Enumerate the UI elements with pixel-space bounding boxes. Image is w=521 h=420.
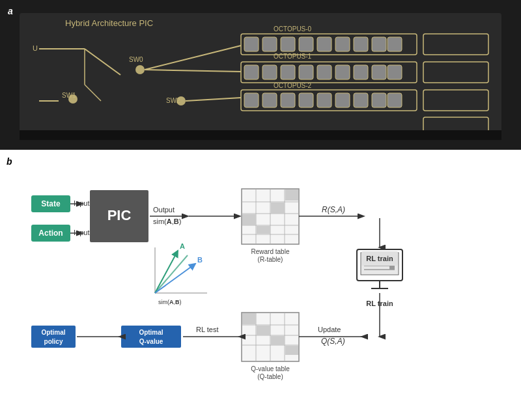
optimal-policy-label: Optimal bbox=[41, 329, 65, 336]
optimal-qvalue-label: Optimal bbox=[139, 329, 163, 336]
svg-rect-59 bbox=[285, 189, 298, 201]
svg-rect-11 bbox=[244, 37, 259, 51]
vector-diagram: A B sim(A,B) bbox=[155, 242, 207, 305]
sw0-junction bbox=[135, 65, 145, 74]
svg-rect-37 bbox=[354, 93, 368, 107]
panel-b: b State Action Input Input bbox=[0, 150, 521, 420]
chip-title: Hybrid Architecture PIC bbox=[65, 18, 153, 28]
svg-rect-36 bbox=[335, 93, 350, 107]
rl-train-box-label: RL train bbox=[366, 255, 393, 262]
svg-rect-31 bbox=[244, 93, 259, 107]
octopus1-label: OCTOPUS-1 bbox=[274, 53, 312, 60]
output-label: Output bbox=[153, 206, 175, 214]
svg-rect-19 bbox=[387, 37, 402, 51]
svg-rect-12 bbox=[262, 37, 277, 51]
svg-rect-28 bbox=[372, 65, 386, 79]
reward-table-title: Reward table bbox=[251, 248, 290, 255]
svg-rect-35 bbox=[317, 93, 331, 107]
rs-label: R(S,A) bbox=[322, 205, 345, 214]
svg-rect-34 bbox=[299, 93, 313, 107]
u-label: U bbox=[33, 44, 38, 52]
svg-rect-29 bbox=[387, 65, 402, 79]
vector-a-label: A bbox=[180, 242, 185, 250]
svg-rect-57 bbox=[257, 226, 270, 234]
input-label-2: Input bbox=[74, 229, 89, 236]
octopus0-label: OCTOPUS-0 bbox=[274, 25, 312, 33]
panel-a-label: a bbox=[8, 6, 13, 16]
svg-rect-16 bbox=[335, 37, 350, 51]
svg-rect-17 bbox=[354, 37, 368, 51]
svg-rect-24 bbox=[299, 65, 313, 79]
svg-rect-26 bbox=[335, 65, 350, 79]
panel-a: a Hybrid Architecture PIC U SW0 SW1 SW2 … bbox=[0, 0, 521, 150]
svg-rect-33 bbox=[281, 93, 295, 107]
svg-rect-38 bbox=[372, 93, 386, 107]
svg-line-91 bbox=[155, 255, 188, 293]
reward-table-sub: (R-table) bbox=[258, 256, 283, 263]
svg-rect-70 bbox=[389, 266, 395, 270]
svg-rect-23 bbox=[281, 65, 295, 79]
state-label: State bbox=[41, 199, 61, 208]
svg-rect-32 bbox=[262, 93, 277, 107]
svg-rect-80 bbox=[271, 336, 285, 345]
vector-b-label: B bbox=[197, 256, 203, 264]
svg-rect-22 bbox=[262, 65, 277, 79]
sim-diagram-label: sim(A,B) bbox=[158, 299, 182, 305]
svg-rect-18 bbox=[372, 37, 386, 51]
svg-rect-1 bbox=[20, 13, 501, 137]
svg-rect-44 bbox=[20, 130, 501, 140]
action-label: Action bbox=[38, 229, 63, 238]
pic-text: PIC bbox=[107, 207, 132, 223]
panel-b-label: b bbox=[7, 156, 12, 167]
svg-rect-25 bbox=[317, 65, 331, 79]
svg-rect-56 bbox=[242, 214, 256, 225]
svg-rect-58 bbox=[271, 203, 285, 214]
qs-label: Q(S,A) bbox=[321, 337, 345, 346]
rl-test-label: RL test bbox=[196, 326, 218, 333]
qvalue-table-title: Q-value table bbox=[251, 365, 290, 372]
main-container: a Hybrid Architecture PIC U SW0 SW1 SW2 … bbox=[0, 0, 521, 420]
svg-rect-78 bbox=[242, 313, 256, 324]
sw1-junction bbox=[68, 94, 77, 104]
svg-rect-21 bbox=[244, 65, 259, 79]
sw2-junction bbox=[176, 96, 186, 105]
svg-line-90 bbox=[155, 251, 178, 293]
svg-text:policy: policy bbox=[44, 338, 63, 345]
update-label: Update bbox=[318, 326, 341, 333]
sim-label-main: sim(A,B) bbox=[153, 217, 181, 225]
input-label-1: Input bbox=[74, 199, 89, 207]
svg-rect-79 bbox=[257, 326, 270, 335]
sw0-label: SW0 bbox=[129, 56, 143, 63]
svg-rect-39 bbox=[387, 93, 402, 107]
svg-rect-27 bbox=[354, 65, 368, 79]
svg-rect-13 bbox=[281, 37, 295, 51]
svg-rect-14 bbox=[299, 37, 313, 51]
qvalue-table-sub: (Q-table) bbox=[257, 373, 283, 380]
svg-line-92 bbox=[155, 264, 195, 293]
svg-rect-15 bbox=[317, 37, 331, 51]
svg-text:Q-value: Q-value bbox=[139, 338, 163, 345]
svg-rect-81 bbox=[285, 346, 298, 355]
